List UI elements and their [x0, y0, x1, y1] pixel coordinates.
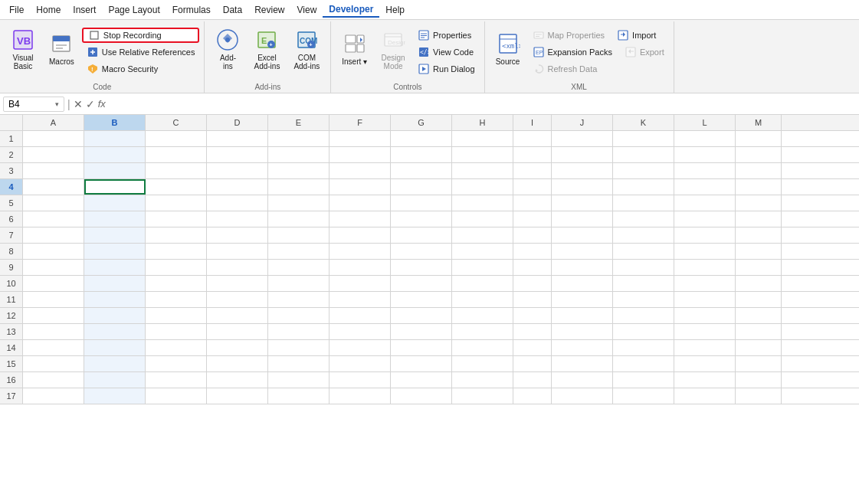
- cell-I5[interactable]: [513, 195, 552, 211]
- cell-E2[interactable]: [268, 147, 330, 162]
- cell-E4[interactable]: [268, 179, 330, 195]
- cell-B6[interactable]: [84, 211, 146, 227]
- cell-E10[interactable]: [268, 276, 330, 291]
- row-header-14[interactable]: 14: [0, 340, 23, 355]
- cell-D12[interactable]: [207, 308, 268, 323]
- cell-I13[interactable]: [513, 324, 552, 339]
- cell-D11[interactable]: [207, 292, 268, 307]
- cell-C2[interactable]: [146, 147, 207, 162]
- cell-J3[interactable]: [552, 163, 613, 178]
- cell-A10[interactable]: [23, 276, 84, 291]
- cell-D2[interactable]: [207, 147, 268, 162]
- cell-K12[interactable]: [613, 308, 674, 323]
- cell-E11[interactable]: [268, 292, 330, 307]
- cell-D16[interactable]: [207, 372, 268, 388]
- cell-D1[interactable]: [207, 131, 268, 146]
- use-relative-references-button[interactable]: Use Relative References: [82, 44, 200, 60]
- menu-data[interactable]: Data: [217, 3, 248, 17]
- cell-B4[interactable]: [84, 179, 146, 195]
- cell-F6[interactable]: [330, 211, 391, 227]
- cell-C6[interactable]: [146, 211, 207, 227]
- cell-J16[interactable]: [552, 372, 613, 388]
- cell-J15[interactable]: [552, 356, 613, 371]
- cell-D13[interactable]: [207, 324, 268, 339]
- cell-I7[interactable]: [513, 227, 552, 243]
- cell-M4[interactable]: [736, 179, 782, 195]
- menu-review[interactable]: Review: [248, 3, 290, 17]
- cell-D5[interactable]: [207, 195, 268, 211]
- menu-formulas[interactable]: Formulas: [166, 3, 217, 17]
- cell-B16[interactable]: [84, 372, 146, 388]
- cell-I3[interactable]: [513, 163, 552, 178]
- cell-C15[interactable]: [146, 356, 207, 371]
- cell-B14[interactable]: [84, 340, 146, 355]
- cell-G1[interactable]: [391, 131, 452, 146]
- cell-M7[interactable]: [736, 227, 782, 243]
- cell-E14[interactable]: [268, 340, 330, 355]
- cell-G8[interactable]: [391, 244, 452, 259]
- cell-H5[interactable]: [452, 195, 513, 211]
- cell-A15[interactable]: [23, 356, 84, 371]
- cell-J11[interactable]: [552, 292, 613, 307]
- cell-M14[interactable]: [736, 340, 782, 355]
- cell-F11[interactable]: [330, 292, 391, 307]
- row-header-8[interactable]: 8: [0, 244, 23, 259]
- cell-K3[interactable]: [613, 163, 674, 178]
- cell-G9[interactable]: [391, 260, 452, 275]
- cell-G12[interactable]: [391, 308, 452, 323]
- cell-G16[interactable]: [391, 372, 452, 388]
- row-header-9[interactable]: 9: [0, 260, 23, 275]
- cell-I2[interactable]: [513, 147, 552, 162]
- cell-M10[interactable]: [736, 276, 782, 291]
- row-header-16[interactable]: 16: [0, 372, 23, 388]
- confirm-formula-icon[interactable]: ✓: [86, 98, 95, 110]
- menu-help[interactable]: Help: [379, 3, 411, 17]
- cell-F1[interactable]: [330, 131, 391, 146]
- col-header-m[interactable]: M: [736, 115, 782, 130]
- cell-A8[interactable]: [23, 244, 84, 259]
- cell-A4[interactable]: [23, 179, 84, 195]
- cell-I16[interactable]: [513, 372, 552, 388]
- cell-E17[interactable]: [268, 388, 330, 404]
- cell-D15[interactable]: [207, 356, 268, 371]
- cell-M3[interactable]: [736, 163, 782, 178]
- cell-B8[interactable]: [84, 244, 146, 259]
- cell-M6[interactable]: [736, 211, 782, 227]
- cell-L5[interactable]: [674, 195, 736, 211]
- col-header-l[interactable]: L: [674, 115, 736, 130]
- cell-G10[interactable]: [391, 276, 452, 291]
- cell-I11[interactable]: [513, 292, 552, 307]
- cell-L8[interactable]: [674, 244, 736, 259]
- cell-J7[interactable]: [552, 227, 613, 243]
- cell-E13[interactable]: [268, 324, 330, 339]
- cell-G4[interactable]: [391, 179, 452, 195]
- stop-recording-button[interactable]: Stop Recording: [82, 28, 200, 43]
- cell-D9[interactable]: [207, 260, 268, 275]
- cell-D6[interactable]: [207, 211, 268, 227]
- row-header-5[interactable]: 5: [0, 195, 23, 211]
- row-header-11[interactable]: 11: [0, 292, 23, 307]
- cell-M17[interactable]: [736, 388, 782, 404]
- cell-K6[interactable]: [613, 211, 674, 227]
- cell-H12[interactable]: [452, 308, 513, 323]
- macros-button[interactable]: Macros: [43, 25, 80, 72]
- row-header-6[interactable]: 6: [0, 211, 23, 227]
- col-header-e[interactable]: E: [268, 115, 330, 130]
- cell-L6[interactable]: [674, 211, 736, 227]
- cell-M12[interactable]: [736, 308, 782, 323]
- menu-view[interactable]: View: [291, 3, 323, 17]
- row-header-1[interactable]: 1: [0, 131, 23, 146]
- cell-H17[interactable]: [452, 388, 513, 404]
- cell-reference-box[interactable]: B4 ▾: [3, 97, 64, 112]
- macro-security-button[interactable]: ! Macro Security: [82, 61, 200, 77]
- menu-developer[interactable]: Developer: [323, 2, 379, 18]
- cell-G11[interactable]: [391, 292, 452, 307]
- row-header-7[interactable]: 7: [0, 227, 23, 243]
- cell-J13[interactable]: [552, 324, 613, 339]
- cell-A5[interactable]: [23, 195, 84, 211]
- cell-K14[interactable]: [613, 340, 674, 355]
- col-header-h[interactable]: H: [452, 115, 513, 130]
- run-dialog-button[interactable]: Run Dialog: [413, 61, 479, 77]
- cell-L2[interactable]: [674, 147, 736, 162]
- cell-K15[interactable]: [613, 356, 674, 371]
